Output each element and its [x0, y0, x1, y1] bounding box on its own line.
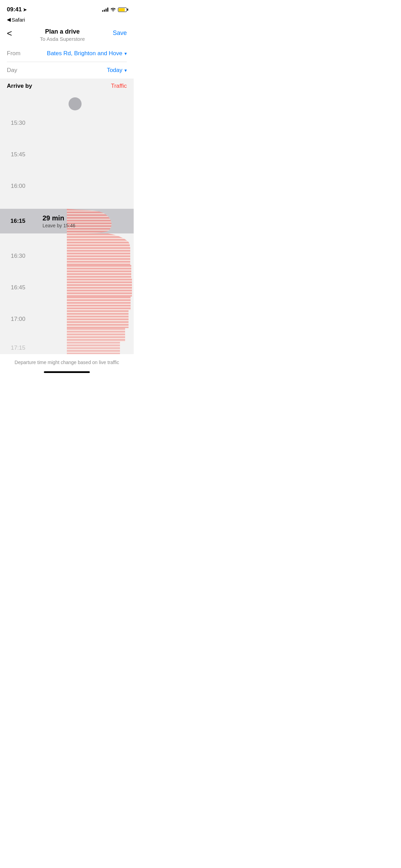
- row-content-1530: [31, 114, 134, 132]
- time-row-1700: 17:00: [0, 310, 134, 328]
- svg-rect-19: [67, 297, 131, 310]
- time-1645: 16:45: [0, 284, 31, 291]
- svg-rect-23: [67, 310, 129, 328]
- row-content-blank-7: [31, 297, 134, 310]
- from-chevron-icon: ▾: [124, 51, 127, 56]
- row-content-1700: [31, 310, 134, 328]
- row-content-blank-6: [31, 265, 134, 279]
- row-content-blank-8: [31, 328, 134, 342]
- day-label: Day: [7, 67, 17, 74]
- from-label: From: [7, 50, 21, 57]
- row-content-blank-2: [31, 132, 134, 146]
- page-title: Plan a drive: [12, 28, 113, 35]
- footer-text: Departure time might change based on liv…: [15, 360, 119, 365]
- time-row-1615[interactable]: 16:15 29 min Leave by 15:46: [0, 209, 134, 233]
- safari-back-link[interactable]: ◀ Safari: [0, 16, 134, 25]
- time-info: 29 min Leave by 15:46: [39, 214, 75, 228]
- row-content-blank-4: [31, 195, 134, 209]
- row-content-1630: [31, 247, 134, 265]
- save-button[interactable]: Save: [113, 29, 127, 37]
- selected-arrow-icon: [31, 216, 37, 226]
- time-1615: 16:15: [0, 218, 31, 225]
- signal-bar-2: [104, 10, 105, 12]
- row-content-blank-5: [31, 233, 134, 247]
- time-row-1545: 15:45: [0, 146, 134, 164]
- svg-rect-11: [67, 265, 131, 279]
- time-1700: 17:00: [0, 316, 31, 323]
- back-button[interactable]: <: [7, 29, 12, 38]
- time-row-blank-2: [0, 132, 134, 146]
- duration-main: 29 min: [42, 214, 75, 222]
- battery-fill: [119, 8, 125, 11]
- time-row-blank-8: [0, 328, 134, 342]
- from-location: Bates Rd, Brighton and Hove: [47, 50, 122, 57]
- day-chevron-icon: ▾: [124, 68, 127, 73]
- time-row-1645: 16:45: [0, 279, 134, 297]
- time-row-blank-top: [0, 94, 134, 114]
- time-row-1530: 15:30: [0, 114, 134, 132]
- nav-bar: < Plan a drive To Asda Superstore Save: [0, 25, 134, 45]
- safari-back-label: Safari: [12, 17, 25, 23]
- day-selection: Today: [107, 67, 122, 74]
- safari-back-chevron: ◀: [7, 16, 11, 23]
- time-row-1715: 17:15: [0, 342, 134, 354]
- arrive-by-label: Arrive by: [7, 83, 32, 89]
- svg-rect-27: [67, 328, 125, 342]
- day-value[interactable]: Today ▾: [107, 67, 127, 74]
- time-1530: 15:30: [0, 120, 31, 126]
- status-bar: 09:41 ➤: [0, 0, 134, 16]
- time-1630: 16:30: [0, 253, 31, 260]
- home-indicator: [0, 368, 134, 376]
- time-row-1600: 16:00: [0, 177, 134, 195]
- chart-header: Arrive by Traffic: [0, 79, 134, 94]
- scroll-dot: [69, 97, 82, 110]
- svg-rect-31: [67, 342, 120, 354]
- from-value[interactable]: Bates Rd, Brighton and Hove ▾: [47, 50, 127, 57]
- duration-sub: Leave by 15:46: [42, 223, 75, 228]
- time-1600: 16:00: [0, 183, 31, 190]
- row-content-1545: [31, 146, 134, 164]
- location-icon: ➤: [23, 7, 27, 12]
- nav-title-block: Plan a drive To Asda Superstore: [12, 28, 113, 42]
- row-content-1715: [31, 342, 134, 354]
- signal-bars: [102, 8, 108, 12]
- wifi-icon: [110, 7, 116, 12]
- day-field[interactable]: Day Today ▾: [0, 62, 134, 79]
- svg-rect-15: [67, 279, 132, 297]
- signal-bar-4: [107, 8, 108, 12]
- from-field[interactable]: From Bates Rd, Brighton and Hove ▾: [0, 45, 134, 62]
- row-content-1615: 29 min Leave by 15:46: [31, 209, 134, 233]
- traffic-label: Traffic: [111, 83, 127, 89]
- row-content-1600: [31, 177, 134, 195]
- back-label: <: [7, 28, 12, 38]
- time-label: 09:41: [7, 6, 22, 13]
- time-row-blank-3: [0, 164, 134, 177]
- svg-rect-7: [67, 247, 130, 265]
- status-icons: [102, 7, 127, 12]
- page-subtitle: To Asda Superstore: [12, 36, 113, 42]
- row-content-1645: [31, 279, 134, 297]
- signal-bar-1: [102, 10, 103, 12]
- time-row-blank-6: [0, 265, 134, 279]
- time-row-blank-4: [0, 195, 134, 209]
- time-1545: 15:45: [0, 151, 31, 158]
- chart-area[interactable]: 15:30 15:45 16:00 16:15: [0, 94, 134, 354]
- footer-note: Departure time might change based on liv…: [0, 354, 134, 368]
- time-1715: 17:15: [0, 345, 31, 351]
- time-row-blank-7: [0, 297, 134, 310]
- traffic-bar-selected: [67, 209, 134, 233]
- signal-bar-3: [106, 9, 107, 12]
- status-time: 09:41 ➤: [7, 6, 27, 13]
- home-bar: [44, 371, 90, 373]
- row-content-top: [31, 94, 134, 114]
- time-rows: 15:30 15:45 16:00 16:15: [0, 94, 134, 354]
- time-row-blank-5: [0, 233, 134, 247]
- row-content-blank-3: [31, 164, 134, 177]
- time-row-1630: 16:30: [0, 247, 134, 265]
- save-label: Save: [113, 29, 127, 36]
- battery-icon: [118, 8, 127, 12]
